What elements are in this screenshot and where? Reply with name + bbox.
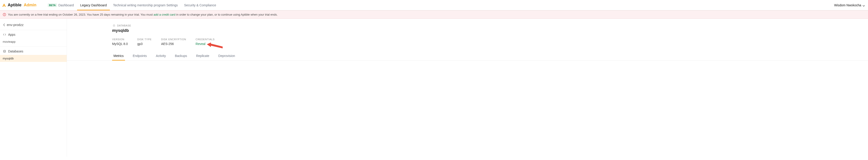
svg-point-3 — [4, 50, 6, 51]
svg-marker-5 — [207, 42, 223, 49]
db-meta-version: VERSION MySQL 8.0 — [112, 38, 128, 46]
db-title: mysqldb — [112, 28, 868, 33]
nav-tab-label: Dashboard — [58, 3, 74, 7]
subtab-backups[interactable]: Backups — [174, 54, 188, 60]
nav-tab-label: Technical writing mentorship program Set… — [113, 3, 178, 7]
db-meta-disk-type: DISK TYPE gp3 — [137, 38, 152, 46]
warning-icon — [3, 13, 6, 16]
subtab-metrics[interactable]: Metrics — [112, 54, 125, 60]
nav-tabs: BETA Dashboard Legacy Dashboard Technica… — [44, 0, 219, 10]
beta-badge: BETA — [48, 3, 57, 7]
db-meta-label: DISK ENCRYPTION — [161, 38, 186, 41]
svg-point-4 — [113, 25, 115, 25]
code-icon — [3, 33, 6, 36]
chevron-left-icon — [3, 23, 5, 26]
nav-tab-security[interactable]: Security & Compliance — [181, 0, 219, 10]
db-kicker: DATABASE — [112, 24, 868, 27]
db-meta-value: gp3 — [137, 42, 152, 46]
trial-text: You are currently on a free trial ending… — [8, 13, 278, 16]
top-nav: Aptible Admin BETA Dashboard Legacy Dash… — [0, 0, 868, 10]
subtab-deprovision[interactable]: Deprovision — [217, 54, 237, 60]
sidebar: env-prodzz Apps movieapp Databases mysql… — [0, 19, 67, 157]
user-menu[interactable]: Wisdom Nwokocha — [834, 3, 865, 7]
db-meta-label: VERSION — [112, 38, 128, 41]
trial-text-post: in order to change your plan, or to cont… — [176, 13, 278, 16]
annotation-arrow-icon — [207, 42, 223, 49]
sidebar-item-movieapp[interactable]: movieapp — [0, 38, 67, 45]
user-name: Wisdom Nwokocha — [834, 3, 861, 7]
db-meta-disk-encryption: DISK ENCRYPTION AES-256 — [161, 38, 186, 46]
subtab-replicate[interactable]: Replicate — [195, 54, 211, 60]
sidebar-back-label: env-prodzz — [7, 23, 24, 27]
trial-text-pre: You are currently on a free trial ending… — [8, 13, 153, 16]
nav-tab-legacy-dashboard[interactable]: Legacy Dashboard — [77, 0, 110, 10]
credentials-reveal-link[interactable]: Reveal — [195, 42, 206, 46]
brand[interactable]: Aptible Admin — [2, 3, 36, 7]
nav-tab-dashboard[interactable]: BETA Dashboard — [44, 0, 77, 10]
db-meta-value: AES-256 — [161, 42, 186, 46]
sidebar-item-mysqldb[interactable]: mysqldb — [0, 55, 67, 62]
nav-tab-settings[interactable]: Technical writing mentorship program Set… — [110, 0, 181, 10]
database-icon — [3, 50, 6, 53]
sidebar-section-label: Databases — [8, 50, 23, 53]
aptible-logo-icon — [2, 3, 6, 7]
nav-tab-label: Legacy Dashboard — [80, 3, 107, 7]
subtab-endpoints[interactable]: Endpoints — [131, 54, 148, 60]
brand-admin: Admin — [24, 3, 36, 7]
db-subtabs: Metrics Endpoints Activity Backups Repli… — [67, 52, 868, 61]
main-panel: DATABASE mysqldb VERSION MySQL 8.0 DISK … — [67, 19, 868, 157]
db-kicker-label: DATABASE — [117, 24, 131, 27]
sidebar-section-label: Apps — [8, 33, 16, 36]
svg-point-2 — [4, 15, 5, 15]
trial-banner: You are currently on a free trial ending… — [0, 10, 868, 19]
sidebar-back[interactable]: env-prodzz — [0, 20, 67, 30]
add-credit-card-link[interactable]: add a credit card — [153, 13, 176, 16]
db-meta-label: DISK TYPE — [137, 38, 152, 41]
db-meta-value: MySQL 8.0 — [112, 42, 128, 46]
sidebar-section-databases: Databases — [0, 47, 67, 55]
brand-name: Aptible — [8, 3, 22, 7]
chevron-down-icon — [863, 4, 865, 6]
nav-tab-label: Security & Compliance — [184, 3, 216, 7]
db-meta: VERSION MySQL 8.0 DISK TYPE gp3 DISK ENC… — [112, 38, 868, 46]
db-meta-credentials: CREDENTIALS Reveal — [195, 38, 215, 46]
sidebar-section-apps: Apps — [0, 30, 67, 38]
db-meta-label: CREDENTIALS — [195, 38, 215, 41]
database-icon — [112, 24, 116, 27]
subtab-activity[interactable]: Activity — [154, 54, 167, 60]
